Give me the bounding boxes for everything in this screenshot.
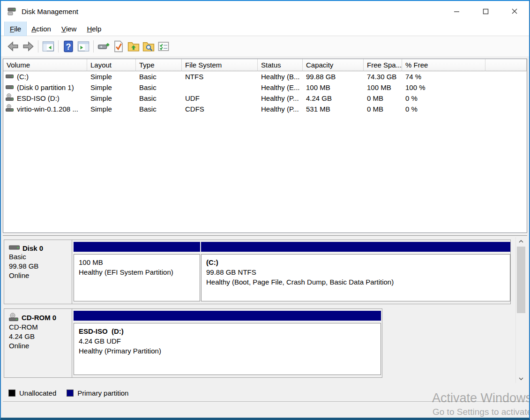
properties-list-icon[interactable]	[156, 39, 171, 54]
toolbar: ?	[1, 36, 529, 56]
menu-action[interactable]: Action	[26, 22, 56, 36]
column-header-capacity[interactable]: Capacity	[303, 59, 364, 71]
cell-filler	[485, 104, 527, 114]
partition-color-bar	[74, 242, 200, 252]
column-header-volume[interactable]: Volume	[3, 59, 87, 71]
cell-status: Healthy (P...	[258, 93, 303, 104]
legend-label-unallocated: Unallocated	[19, 389, 56, 397]
scrollbar-thumb[interactable]	[517, 247, 525, 313]
cell-filler	[485, 71, 527, 82]
minimize-button[interactable]	[442, 1, 471, 22]
cdrom-0-label[interactable]: CD-ROM 0 CD-ROM 4.24 GB Online	[4, 309, 72, 377]
cell-type: Basic	[136, 93, 182, 104]
check-disk-icon[interactable]	[111, 39, 126, 54]
column-header-file-system[interactable]: File System	[182, 59, 258, 71]
disk-size: 99.98 GB	[9, 262, 72, 271]
help-icon[interactable]: ?	[61, 39, 76, 54]
close-button[interactable]	[500, 1, 529, 22]
primary-partition-swatch	[67, 390, 74, 397]
partition-c[interactable]: (C:) 99.88 GB NTFS Healthy (Boot, Page F…	[201, 242, 510, 301]
volume-name: virtio-win-0.1.208 ...	[17, 104, 78, 114]
column-header-layout[interactable]: Layout	[87, 59, 136, 71]
cd-icon	[6, 104, 14, 114]
title-bar: Disk Management	[1, 1, 529, 22]
content-area: Volume Layout Type File System Status Ca…	[1, 56, 529, 418]
disk-management-window: Disk Management File Action View Help	[0, 0, 530, 420]
vertical-scrollbar[interactable]	[515, 237, 526, 383]
partition-size: 100 MB	[79, 257, 200, 267]
cell-file-system: UDF	[182, 93, 258, 104]
column-header-status[interactable]: Status	[258, 59, 303, 71]
cell-type: Basic	[136, 71, 182, 82]
disk-status: Online	[9, 271, 72, 280]
disk-0-label[interactable]: Disk 0 Basic 99.98 GB Online	[4, 240, 72, 304]
volume-name: ESD-ISO (D:)	[17, 93, 60, 104]
cell-percent-free: 100 %	[402, 82, 485, 93]
legend-label-primary-partition: Primary partition	[77, 389, 128, 397]
cell-type: Basic	[136, 104, 182, 114]
cell-percent-free: 0 %	[402, 104, 485, 114]
status-bar	[1, 418, 529, 420]
rescan-disks-icon[interactable]	[96, 39, 111, 54]
cell-layout: Simple	[87, 93, 136, 104]
column-header-type[interactable]: Type	[136, 59, 182, 71]
cell-percent-free: 0 %	[402, 93, 485, 104]
cell-capacity: 99.88 GB	[303, 71, 364, 82]
back-arrow-icon[interactable]	[6, 39, 21, 54]
disk-management-app-icon	[7, 6, 17, 16]
volume-list: Volume Layout Type File System Status Ca…	[3, 59, 527, 233]
partition-esd-iso[interactable]: ESD-ISO (D:) 4.24 GB UDF Healthy (Primar…	[74, 311, 381, 375]
folder-search-icon[interactable]	[141, 39, 156, 54]
cell-file-system: NTFS	[182, 71, 258, 82]
svg-text:?: ?	[66, 42, 71, 51]
volume-row-c[interactable]: (C:) Simple Basic NTFS Healthy (B... 99.…	[3, 71, 527, 82]
toolbar-separator	[38, 40, 38, 52]
partition-color-bar	[74, 311, 381, 321]
cell-layout: Simple	[87, 71, 136, 82]
volume-row-esd-iso[interactable]: ESD-ISO (D:) Simple Basic UDF Healthy (P…	[3, 93, 527, 104]
cd-icon	[6, 93, 14, 104]
disk-0-row: Disk 0 Basic 99.98 GB Online 100 MB Heal…	[4, 240, 511, 304]
menu-view[interactable]: View	[56, 22, 82, 36]
cell-status: Healthy (P...	[258, 104, 303, 114]
partition-title: ESD-ISO (D:)	[79, 326, 381, 336]
show-console-tree-icon[interactable]	[41, 39, 56, 54]
cell-filler	[485, 93, 527, 104]
cell-file-system	[182, 82, 258, 93]
partition-size: 4.24 GB UDF	[79, 336, 381, 346]
cell-filler	[485, 82, 527, 93]
partition-title: (C:)	[206, 257, 510, 267]
hdd-icon	[6, 82, 14, 93]
volume-name: (C:)	[17, 71, 29, 82]
cdrom-0-row: CD-ROM 0 CD-ROM 4.24 GB Online ESD-ISO (…	[4, 308, 382, 378]
show-action-pane-icon[interactable]	[76, 39, 91, 54]
cell-free-space: 0 MB	[364, 104, 402, 114]
cell-capacity: 100 MB	[303, 82, 364, 93]
hdd-icon	[6, 71, 14, 82]
partition-status: Healthy (EFI System Partition)	[79, 267, 200, 277]
volume-list-header: Volume Layout Type File System Status Ca…	[3, 59, 527, 71]
graphical-view: Disk 0 Basic 99.98 GB Online 100 MB Heal…	[3, 236, 527, 384]
disk-name: CD-ROM 0	[22, 314, 56, 322]
column-header-filler	[485, 59, 527, 71]
menu-bar: File Action View Help	[1, 22, 529, 36]
menu-help[interactable]: Help	[82, 22, 106, 36]
disk-size: 4.24 GB	[9, 332, 72, 341]
column-header-free-space[interactable]: Free Spa...	[364, 59, 402, 71]
forward-arrow-icon[interactable]	[21, 39, 36, 54]
disk-status: Online	[9, 341, 72, 351]
menu-file[interactable]: File	[5, 22, 26, 36]
partition-efi[interactable]: 100 MB Healthy (EFI System Partition)	[74, 242, 200, 301]
scroll-down-icon[interactable]	[516, 375, 526, 383]
column-header-percent-free[interactable]: % Free	[402, 59, 485, 71]
folder-up-icon[interactable]	[126, 39, 141, 54]
partition-status: Healthy (Boot, Page File, Crash Dump, Ba…	[206, 277, 510, 287]
volume-row-disk0-partition1[interactable]: (Disk 0 partition 1) Simple Basic Health…	[3, 82, 527, 93]
cell-free-space: 74.30 GB	[364, 71, 402, 82]
volume-name: (Disk 0 partition 1)	[17, 82, 74, 93]
partition-status: Healthy (Primary Partition)	[79, 346, 381, 356]
maximize-button[interactable]	[471, 1, 500, 22]
volume-row-virtio-win[interactable]: virtio-win-0.1.208 ... Simple Basic CDFS…	[3, 104, 527, 114]
scroll-up-icon[interactable]	[516, 237, 526, 246]
partition-color-bar	[201, 242, 510, 252]
